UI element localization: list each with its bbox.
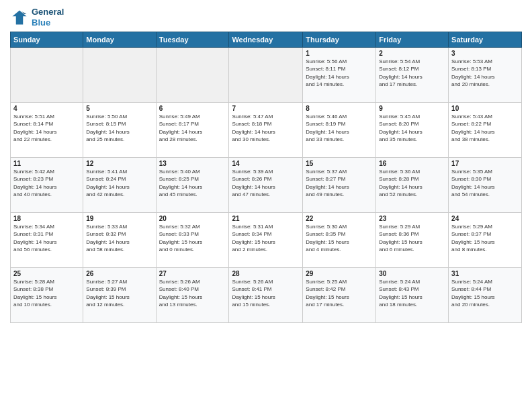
day-info: Sunrise: 5:37 AM Sunset: 8:27 PM Dayligh…	[306, 168, 373, 198]
calendar-table: SundayMondayTuesdayWednesdayThursdayFrid…	[10, 32, 522, 323]
page: General Blue SundayMondayTuesdayWednesda…	[0, 0, 532, 411]
day-info: Sunrise: 5:39 AM Sunset: 8:26 PM Dayligh…	[232, 168, 300, 198]
calendar-day-cell	[83, 48, 156, 103]
calendar-week-row: 1Sunrise: 5:56 AM Sunset: 8:11 PM Daylig…	[11, 48, 522, 103]
calendar-day-cell: 13Sunrise: 5:40 AM Sunset: 8:25 PM Dayli…	[156, 158, 229, 213]
day-number: 21	[232, 215, 300, 222]
day-number: 30	[379, 270, 445, 277]
day-number: 7	[232, 105, 300, 112]
day-number: 5	[86, 105, 152, 112]
day-number: 15	[306, 160, 373, 167]
calendar-day-cell: 17Sunrise: 5:35 AM Sunset: 8:30 PM Dayli…	[449, 158, 522, 213]
day-number: 10	[451, 105, 519, 112]
calendar-day-cell: 2Sunrise: 5:54 AM Sunset: 8:12 PM Daylig…	[376, 48, 449, 103]
calendar-day-cell	[11, 48, 83, 103]
day-info: Sunrise: 5:33 AM Sunset: 8:32 PM Dayligh…	[86, 223, 152, 253]
day-number: 4	[13, 105, 80, 112]
day-info: Sunrise: 5:26 AM Sunset: 8:41 PM Dayligh…	[232, 278, 300, 308]
weekday-header: Wednesday	[229, 32, 303, 48]
day-number: 2	[379, 50, 445, 57]
calendar-day-cell	[156, 48, 229, 103]
calendar-day-cell: 25Sunrise: 5:28 AM Sunset: 8:38 PM Dayli…	[11, 268, 83, 323]
day-info: Sunrise: 5:54 AM Sunset: 8:12 PM Dayligh…	[379, 58, 445, 88]
day-number: 18	[13, 215, 80, 222]
calendar-day-cell: 6Sunrise: 5:49 AM Sunset: 8:17 PM Daylig…	[156, 103, 229, 158]
day-number: 3	[451, 50, 519, 57]
day-info: Sunrise: 5:40 AM Sunset: 8:25 PM Dayligh…	[159, 168, 226, 198]
logo-icon	[10, 8, 29, 27]
calendar-week-row: 4Sunrise: 5:51 AM Sunset: 8:14 PM Daylig…	[11, 103, 522, 158]
weekday-header: Saturday	[449, 32, 522, 48]
calendar-day-cell: 1Sunrise: 5:56 AM Sunset: 8:11 PM Daylig…	[303, 48, 376, 103]
calendar-day-cell: 12Sunrise: 5:41 AM Sunset: 8:24 PM Dayli…	[83, 158, 156, 213]
calendar-day-cell: 9Sunrise: 5:45 AM Sunset: 8:20 PM Daylig…	[376, 103, 449, 158]
calendar-day-cell: 3Sunrise: 5:53 AM Sunset: 8:13 PM Daylig…	[449, 48, 522, 103]
day-number: 14	[232, 160, 300, 167]
day-number: 17	[451, 160, 519, 167]
calendar-day-cell: 16Sunrise: 5:36 AM Sunset: 8:28 PM Dayli…	[376, 158, 449, 213]
day-info: Sunrise: 5:29 AM Sunset: 8:36 PM Dayligh…	[379, 223, 445, 253]
calendar-week-row: 18Sunrise: 5:34 AM Sunset: 8:31 PM Dayli…	[11, 213, 522, 268]
calendar-day-cell: 4Sunrise: 5:51 AM Sunset: 8:14 PM Daylig…	[11, 103, 83, 158]
day-number: 23	[379, 215, 445, 222]
weekday-header: Thursday	[303, 32, 376, 48]
day-info: Sunrise: 5:25 AM Sunset: 8:42 PM Dayligh…	[306, 278, 373, 308]
day-info: Sunrise: 5:24 AM Sunset: 8:43 PM Dayligh…	[379, 278, 445, 308]
day-number: 27	[159, 270, 226, 277]
day-number: 31	[451, 270, 519, 277]
calendar-day-cell: 24Sunrise: 5:29 AM Sunset: 8:37 PM Dayli…	[449, 213, 522, 268]
day-number: 24	[451, 215, 519, 222]
day-number: 13	[159, 160, 226, 167]
header: General Blue	[10, 7, 522, 28]
day-number: 12	[86, 160, 152, 167]
day-number: 20	[159, 215, 226, 222]
day-info: Sunrise: 5:42 AM Sunset: 8:23 PM Dayligh…	[13, 168, 80, 198]
day-number: 28	[232, 270, 300, 277]
day-number: 26	[86, 270, 152, 277]
calendar-day-cell: 27Sunrise: 5:26 AM Sunset: 8:40 PM Dayli…	[156, 268, 229, 323]
day-info: Sunrise: 5:35 AM Sunset: 8:30 PM Dayligh…	[451, 168, 519, 198]
logo: General Blue	[10, 7, 64, 28]
calendar-header-row: SundayMondayTuesdayWednesdayThursdayFrid…	[11, 32, 522, 48]
day-number: 8	[306, 105, 373, 112]
day-info: Sunrise: 5:29 AM Sunset: 8:37 PM Dayligh…	[451, 223, 519, 253]
calendar-day-cell: 10Sunrise: 5:43 AM Sunset: 8:22 PM Dayli…	[449, 103, 522, 158]
calendar-day-cell: 18Sunrise: 5:34 AM Sunset: 8:31 PM Dayli…	[11, 213, 83, 268]
day-info: Sunrise: 5:53 AM Sunset: 8:13 PM Dayligh…	[451, 58, 519, 88]
day-info: Sunrise: 5:49 AM Sunset: 8:17 PM Dayligh…	[159, 113, 226, 143]
calendar-day-cell: 5Sunrise: 5:50 AM Sunset: 8:15 PM Daylig…	[83, 103, 156, 158]
day-info: Sunrise: 5:43 AM Sunset: 8:22 PM Dayligh…	[451, 113, 519, 143]
day-info: Sunrise: 5:36 AM Sunset: 8:28 PM Dayligh…	[379, 168, 445, 198]
day-info: Sunrise: 5:32 AM Sunset: 8:33 PM Dayligh…	[159, 223, 226, 253]
calendar-day-cell: 11Sunrise: 5:42 AM Sunset: 8:23 PM Dayli…	[11, 158, 83, 213]
calendar-day-cell: 29Sunrise: 5:25 AM Sunset: 8:42 PM Dayli…	[303, 268, 376, 323]
day-number: 9	[379, 105, 445, 112]
day-number: 11	[13, 160, 80, 167]
calendar-day-cell	[229, 48, 303, 103]
calendar-day-cell: 21Sunrise: 5:31 AM Sunset: 8:34 PM Dayli…	[229, 213, 303, 268]
weekday-header: Monday	[83, 32, 156, 48]
calendar-day-cell: 14Sunrise: 5:39 AM Sunset: 8:26 PM Dayli…	[229, 158, 303, 213]
calendar-day-cell: 30Sunrise: 5:24 AM Sunset: 8:43 PM Dayli…	[376, 268, 449, 323]
calendar-day-cell: 26Sunrise: 5:27 AM Sunset: 8:39 PM Dayli…	[83, 268, 156, 323]
day-info: Sunrise: 5:51 AM Sunset: 8:14 PM Dayligh…	[13, 113, 80, 143]
calendar-day-cell: 22Sunrise: 5:30 AM Sunset: 8:35 PM Dayli…	[303, 213, 376, 268]
day-info: Sunrise: 5:50 AM Sunset: 8:15 PM Dayligh…	[86, 113, 152, 143]
day-info: Sunrise: 5:24 AM Sunset: 8:44 PM Dayligh…	[451, 278, 519, 308]
day-number: 16	[379, 160, 445, 167]
day-number: 22	[306, 215, 373, 222]
day-info: Sunrise: 5:46 AM Sunset: 8:19 PM Dayligh…	[306, 113, 373, 143]
day-info: Sunrise: 5:31 AM Sunset: 8:34 PM Dayligh…	[232, 223, 300, 253]
day-number: 25	[13, 270, 80, 277]
day-info: Sunrise: 5:47 AM Sunset: 8:18 PM Dayligh…	[232, 113, 300, 143]
day-info: Sunrise: 5:34 AM Sunset: 8:31 PM Dayligh…	[13, 223, 80, 253]
day-info: Sunrise: 5:26 AM Sunset: 8:40 PM Dayligh…	[159, 278, 226, 308]
calendar-day-cell: 28Sunrise: 5:26 AM Sunset: 8:41 PM Dayli…	[229, 268, 303, 323]
calendar-day-cell: 23Sunrise: 5:29 AM Sunset: 8:36 PM Dayli…	[376, 213, 449, 268]
day-number: 6	[159, 105, 226, 112]
calendar-day-cell: 15Sunrise: 5:37 AM Sunset: 8:27 PM Dayli…	[303, 158, 376, 213]
day-info: Sunrise: 5:45 AM Sunset: 8:20 PM Dayligh…	[379, 113, 445, 143]
calendar-week-row: 11Sunrise: 5:42 AM Sunset: 8:23 PM Dayli…	[11, 158, 522, 213]
day-info: Sunrise: 5:56 AM Sunset: 8:11 PM Dayligh…	[306, 58, 373, 88]
calendar-day-cell: 31Sunrise: 5:24 AM Sunset: 8:44 PM Dayli…	[449, 268, 522, 323]
